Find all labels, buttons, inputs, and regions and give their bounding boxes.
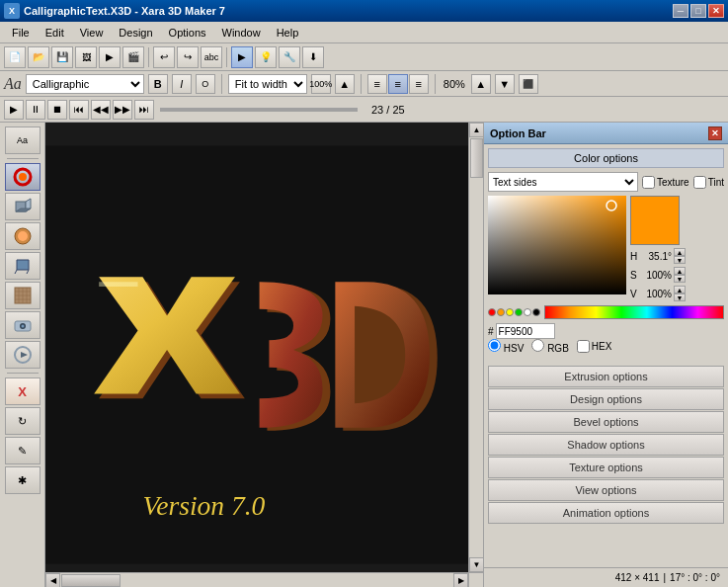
color-target-select[interactable]: Text sides — [488, 172, 638, 192]
rgb-radio[interactable] — [531, 339, 544, 352]
menu-help[interactable]: Help — [269, 25, 307, 41]
v-up-button[interactable]: ▲ — [674, 286, 686, 294]
tb-btn4[interactable]: 🖼 — [75, 46, 97, 68]
text-button[interactable]: abc — [201, 46, 222, 68]
align-center-button[interactable]: ≡ — [388, 74, 408, 94]
spacing-button[interactable]: O — [196, 74, 215, 94]
pause-button[interactable]: ⏸ — [26, 100, 45, 120]
panel-close-button[interactable]: ✕ — [708, 126, 722, 140]
animation-slider[interactable] — [160, 108, 358, 112]
menu-file[interactable]: File — [4, 25, 38, 41]
tool-extra[interactable]: ✱ — [5, 466, 40, 494]
color-gradient-box[interactable] — [488, 196, 626, 294]
play-button[interactable]: ▶ — [4, 100, 24, 120]
menu-window[interactable]: Window — [214, 25, 269, 41]
tool-edit[interactable]: ✎ — [5, 437, 40, 464]
hsv-radio[interactable] — [488, 339, 501, 352]
scroll-track-v[interactable] — [469, 137, 483, 557]
h-down-button[interactable]: ▼ — [674, 256, 686, 264]
hex-checkbox[interactable] — [577, 340, 590, 353]
design-options-button[interactable]: Design options — [488, 388, 724, 410]
view-options-button[interactable]: View options — [488, 479, 724, 501]
tb-btn5[interactable]: ▶ — [99, 46, 121, 68]
tool-bevel[interactable] — [5, 222, 40, 250]
undo-button[interactable]: ↩ — [153, 46, 175, 68]
menu-view[interactable]: View — [72, 25, 112, 41]
light-button[interactable]: 💡 — [255, 46, 277, 68]
tool-rotate[interactable]: ↻ — [5, 407, 40, 435]
s-down-button[interactable]: ▼ — [674, 275, 686, 283]
color-dot-white[interactable] — [524, 308, 531, 316]
tool-color[interactable] — [5, 163, 40, 191]
scroll-track-h[interactable] — [60, 573, 453, 587]
hex-radio-label[interactable]: HEX — [577, 340, 612, 353]
open-button[interactable]: 📂 — [28, 46, 49, 68]
tool-extrusion[interactable] — [5, 193, 40, 220]
bevel-options-button[interactable]: Bevel options — [488, 411, 724, 433]
color-dot-red[interactable] — [488, 308, 496, 316]
italic-button[interactable]: I — [172, 74, 192, 94]
tool-select[interactable]: Aa — [5, 126, 40, 154]
scale-up-button[interactable]: ▲ — [471, 74, 491, 94]
tb-btn9[interactable]: 🔧 — [279, 46, 300, 68]
canvas-background[interactable]: Version 7.0 — [45, 123, 483, 587]
animate-button[interactable]: ▶ — [231, 46, 253, 68]
rgb-radio-label[interactable]: RGB — [531, 339, 568, 354]
texture-options-button[interactable]: Texture options — [488, 457, 724, 478]
align-right-button[interactable]: ≡ — [409, 74, 429, 94]
tool-view[interactable] — [5, 311, 40, 339]
scroll-up-button[interactable]: ▲ — [469, 123, 483, 137]
bold-button[interactable]: B — [148, 74, 168, 94]
color-dot-green[interactable] — [515, 308, 523, 316]
tool-animation[interactable] — [5, 341, 40, 369]
prev-frame-button[interactable]: ◀◀ — [91, 100, 111, 120]
menu-edit[interactable]: Edit — [38, 25, 72, 41]
redo-button[interactable]: ↪ — [177, 46, 199, 68]
shadow-options-button[interactable]: Shadow options — [488, 434, 724, 456]
new-button[interactable]: 📄 — [4, 46, 26, 68]
v-down-button[interactable]: ▼ — [674, 294, 686, 301]
scroll-left-button[interactable]: ◀ — [45, 573, 60, 587]
vertical-scrollbar[interactable]: ▲ ▼ — [468, 123, 483, 572]
tool-texture[interactable] — [5, 282, 40, 309]
align-left-button[interactable]: ≡ — [367, 74, 387, 94]
scale-down-button[interactable]: ▼ — [495, 74, 515, 94]
scroll-thumb-h[interactable] — [61, 574, 121, 587]
horizontal-scrollbar[interactable]: ◀ ▶ — [45, 572, 468, 587]
tint-checkbox-label[interactable]: Tint — [693, 176, 724, 189]
close-button[interactable]: ✕ — [708, 4, 724, 18]
tb-btn10[interactable]: ⬇ — [302, 46, 324, 68]
minimize-button[interactable]: ─ — [673, 4, 688, 18]
menu-design[interactable]: Design — [111, 25, 160, 41]
h-up-button[interactable]: ▲ — [674, 248, 686, 256]
extrusion-options-button[interactable]: Extrusion options — [488, 366, 724, 387]
tb-btn6[interactable]: 🎬 — [122, 46, 144, 68]
tool-shadow[interactable] — [5, 252, 40, 280]
animation-options-button[interactable]: Animation options — [488, 502, 724, 524]
tint-checkbox[interactable] — [693, 176, 706, 189]
zoom-in-button[interactable]: ▲ — [335, 74, 355, 94]
tool-x3d[interactable]: X — [5, 377, 40, 405]
scroll-thumb-v[interactable] — [470, 138, 483, 178]
texture-checkbox-label[interactable]: Texture — [642, 176, 689, 189]
first-frame-button[interactable]: ⏮ — [69, 100, 89, 120]
texture-checkbox[interactable] — [642, 176, 655, 189]
fit-btn2[interactable]: ⬛ — [519, 74, 538, 94]
color-dot-orange[interactable] — [497, 308, 505, 316]
menu-options[interactable]: Options — [161, 25, 214, 41]
font-select[interactable]: Calligraphic — [26, 74, 144, 94]
s-up-button[interactable]: ▲ — [674, 267, 686, 275]
color-swatch[interactable] — [630, 196, 680, 245]
next-frame-button[interactable]: ▶▶ — [113, 100, 132, 120]
zoom-100-button[interactable]: 100% — [311, 74, 331, 94]
stop-button[interactable]: ⏹ — [47, 100, 67, 120]
save-button[interactable]: 💾 — [51, 46, 73, 68]
color-dot-yellow[interactable] — [506, 308, 514, 316]
scroll-right-button[interactable]: ▶ — [453, 573, 468, 587]
maximize-button[interactable]: □ — [690, 4, 706, 18]
rainbow-bar[interactable] — [544, 305, 724, 319]
color-dot-black[interactable] — [532, 308, 540, 316]
hsv-radio-label[interactable]: HSV — [488, 339, 524, 354]
last-frame-button[interactable]: ⏭ — [134, 100, 154, 120]
scroll-down-button[interactable]: ▼ — [469, 557, 483, 572]
